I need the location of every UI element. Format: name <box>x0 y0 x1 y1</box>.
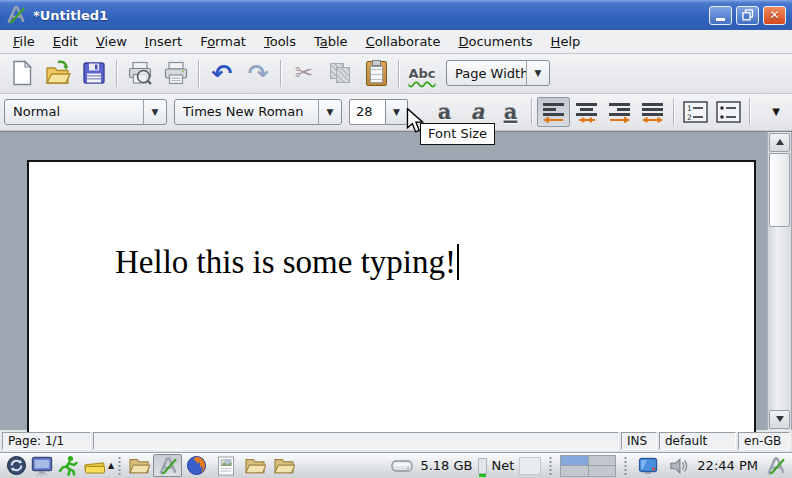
minimize-icon <box>716 18 725 21</box>
abiword-icon <box>158 456 178 476</box>
paste-button[interactable] <box>358 57 394 89</box>
style-combo[interactable]: Normal ▼ <box>4 99 167 125</box>
align-center-button[interactable] <box>570 97 603 127</box>
new-document-button[interactable] <box>4 57 40 89</box>
disk-free-label: 5.18 GB <box>420 458 472 473</box>
menu-collaborate[interactable]: Collaborate <box>357 31 450 52</box>
style-value: Normal <box>5 104 143 119</box>
net-graph-panel[interactable] <box>519 457 541 475</box>
italic-icon: a <box>471 101 485 122</box>
toolbar-separator <box>280 60 282 87</box>
open-button[interactable] <box>40 57 76 89</box>
scroll-up-button[interactable] <box>769 133 790 152</box>
display-settings-tray[interactable] <box>635 454 661 478</box>
panel-expand-arrow[interactable]: ▲ <box>108 461 114 470</box>
disk-usage-indicator[interactable] <box>389 454 415 478</box>
menu-format[interactable]: Format <box>191 31 255 52</box>
scrollbar-thumb[interactable] <box>769 153 790 227</box>
taskbar-window-folder-2[interactable] <box>240 454 269 477</box>
menu-view[interactable]: View <box>87 31 136 52</box>
chevron-down-icon[interactable]: ▼ <box>143 100 166 124</box>
workspace-2[interactable] <box>589 456 616 466</box>
align-justify-button[interactable] <box>636 97 669 127</box>
workspace-1[interactable] <box>561 456 588 466</box>
net-label: Net <box>492 458 515 473</box>
align-right-button[interactable] <box>603 97 636 127</box>
cut-scissors-icon: ✂ <box>295 62 313 84</box>
hard-disk-icon <box>391 458 413 474</box>
arrow-down-icon <box>776 416 784 422</box>
new-document-icon <box>10 60 34 86</box>
taskbar-window-folder-3[interactable] <box>269 454 298 477</box>
vertical-scrollbar[interactable] <box>767 132 791 430</box>
spellcheck-icon: Abc <box>408 66 435 81</box>
minimize-button[interactable] <box>709 6 732 25</box>
taskbar-window-image[interactable] <box>211 454 240 477</box>
run-launcher[interactable] <box>55 454 81 478</box>
net-meter-icon[interactable] <box>478 458 487 474</box>
menu-help[interactable]: Help <box>542 31 590 52</box>
spellcheck-button[interactable]: Abc <box>404 57 440 89</box>
align-left-button[interactable] <box>537 97 570 127</box>
folder-icon <box>128 457 150 475</box>
abiword-tray-icon[interactable] <box>763 454 789 478</box>
menu-table[interactable]: Table <box>305 31 357 52</box>
tooltip: Font Size <box>420 123 495 145</box>
numbered-list-button[interactable]: 1 2 <box>679 97 712 127</box>
display-icon <box>638 457 658 475</box>
volume-tray[interactable] <box>666 454 692 478</box>
redo-icon: ↷ <box>248 61 269 86</box>
underline-button[interactable]: a <box>494 97 527 127</box>
clock[interactable]: 22:44 PM <box>697 458 758 473</box>
workspace-pager <box>560 455 616 477</box>
toolbar-separator <box>398 60 400 87</box>
menu-documents[interactable]: Documents <box>449 31 541 52</box>
abiword-logo-icon <box>6 5 26 25</box>
open-folder-icon <box>45 60 71 86</box>
applications-menu-button[interactable] <box>3 454 29 478</box>
align-right-icon <box>607 101 633 123</box>
chevron-down-icon[interactable]: ▼ <box>318 100 341 124</box>
abiword-icon <box>766 456 786 476</box>
computer-launcher[interactable] <box>29 454 55 478</box>
toolbar-separator <box>673 98 675 125</box>
menu-edit[interactable]: Edit <box>44 31 87 52</box>
redo-button[interactable]: ↷ <box>240 57 276 89</box>
scroll-down-button[interactable] <box>769 410 790 429</box>
font-combo[interactable]: Times New Roman ▼ <box>174 99 342 125</box>
mouse-cursor-icon <box>405 108 425 134</box>
save-button[interactable] <box>76 57 112 89</box>
taskbar: ▲ <box>0 452 792 478</box>
taskbar-window-folder-1[interactable] <box>124 454 153 477</box>
notes-launcher[interactable] <box>81 454 107 478</box>
print-preview-button[interactable] <box>122 57 158 89</box>
standard-toolbar: ↶ ↷ ✂ Abc Page Width ▼ <box>0 54 792 94</box>
status-message-area <box>93 432 619 450</box>
copy-button[interactable] <box>322 57 358 89</box>
menu-tools[interactable]: Tools <box>255 31 305 52</box>
panel-handle <box>623 457 628 475</box>
print-button[interactable] <box>158 57 194 89</box>
toolbar-overflow-button[interactable]: ▼ <box>764 97 788 127</box>
maximize-button[interactable] <box>736 6 759 25</box>
close-button[interactable]: ✕ <box>763 6 786 25</box>
workspace-4[interactable] <box>589 466 616 476</box>
font-size-input[interactable]: 28 <box>349 99 386 125</box>
undo-button[interactable]: ↶ <box>204 57 240 89</box>
document-page[interactable]: Hello this is some typing! <box>27 160 756 432</box>
cut-button[interactable]: ✂ <box>286 57 322 89</box>
underline-icon: a <box>504 101 518 122</box>
chevron-down-icon[interactable]: ▼ <box>526 61 549 85</box>
svg-text:2: 2 <box>687 112 692 121</box>
align-justify-icon <box>640 101 666 123</box>
menu-insert[interactable]: Insert <box>136 31 191 52</box>
titlebar[interactable]: *Untitled1 ✕ <box>0 0 792 30</box>
workspace-3[interactable] <box>561 466 588 476</box>
firefox-icon <box>186 455 207 476</box>
taskbar-window-abiword[interactable] <box>153 454 182 477</box>
zoom-combo[interactable]: Page Width ▼ <box>446 60 550 86</box>
bullet-list-button[interactable] <box>712 97 745 127</box>
menu-file[interactable]: File <box>4 31 44 52</box>
taskbar-window-firefox[interactable] <box>182 454 211 477</box>
panel-handle <box>548 457 553 475</box>
